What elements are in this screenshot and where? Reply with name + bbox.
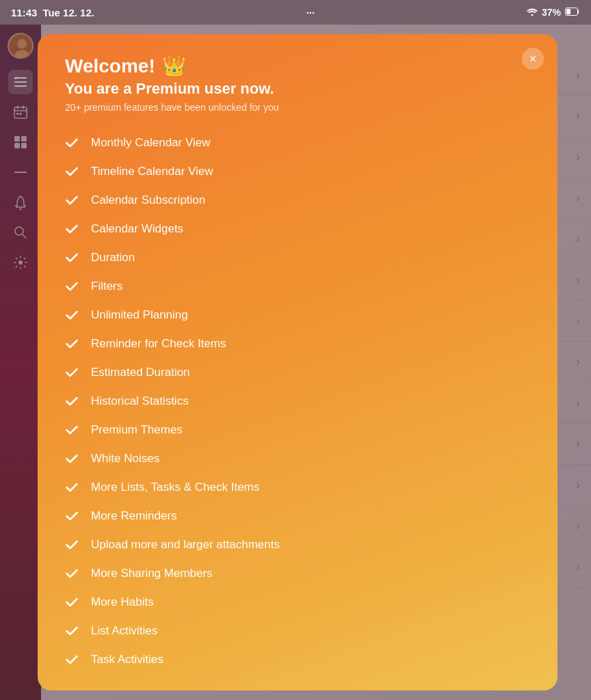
- check-icon: [65, 394, 79, 408]
- feature-label: Reminder for Check Items: [91, 337, 226, 351]
- modal-title-row: Welcome! 👑: [65, 55, 530, 77]
- features-list: Monthly Calendar View Timeline Calendar …: [65, 129, 530, 673]
- feature-label: Task Activities: [91, 653, 163, 667]
- check-icon: [65, 251, 79, 265]
- feature-label: Calendar Widgets: [91, 222, 183, 236]
- check-icon: [65, 165, 79, 178]
- feature-label: Timeline Calendar View: [91, 165, 213, 178]
- check-icon: [65, 337, 79, 351]
- feature-item: More Sharing Members: [65, 560, 530, 587]
- status-left: 11:43 Tue 12. 12.: [11, 7, 94, 18]
- battery-icon: [565, 7, 580, 18]
- feature-label: Premium Themes: [91, 423, 183, 437]
- feature-item: More Habits: [65, 589, 530, 616]
- feature-item: Premium Themes: [65, 416, 530, 444]
- status-time: 11:43: [11, 7, 37, 18]
- crown-icon: 👑: [162, 55, 186, 77]
- check-icon: [65, 509, 79, 523]
- status-bar: 11:43 Tue 12. 12. ··· 37%: [0, 0, 591, 25]
- feature-label: Unlimited Planning: [91, 308, 188, 322]
- check-icon: [65, 366, 79, 379]
- feature-item: List Activities: [65, 617, 530, 645]
- check-icon: [65, 452, 79, 466]
- check-icon: [65, 280, 79, 293]
- check-icon: [65, 653, 79, 667]
- feature-item: Filters: [65, 273, 530, 300]
- feature-label: More Reminders: [91, 509, 177, 523]
- feature-label: More Lists, Tasks & Check Items: [91, 481, 259, 494]
- modal-header: Welcome! 👑 You are a Premium user now. 2…: [65, 55, 530, 113]
- svg-rect-1: [566, 9, 570, 14]
- check-icon: [65, 624, 79, 638]
- check-icon: [65, 423, 79, 437]
- feature-label: More Sharing Members: [91, 567, 213, 580]
- feature-item: Duration: [65, 244, 530, 271]
- feature-item: More Reminders: [65, 502, 530, 530]
- feature-label: Upload more and larger attachments: [91, 538, 280, 552]
- check-icon: [65, 222, 79, 236]
- modal-welcome-text: Welcome!: [65, 55, 155, 77]
- feature-label: White Noises: [91, 452, 159, 466]
- dots-icon: ···: [306, 7, 315, 18]
- feature-item: White Noises: [65, 445, 530, 472]
- status-center: ···: [306, 7, 315, 18]
- check-icon: [65, 308, 79, 322]
- status-date: Tue 12. 12.: [42, 7, 94, 18]
- premium-modal: × Welcome! 👑 You are a Premium user now.…: [38, 34, 557, 690]
- modal-description: 20+ premium features have been unlocked …: [65, 102, 530, 113]
- feature-item: More Lists, Tasks & Check Items: [65, 474, 530, 501]
- feature-item: Unlimited Planning: [65, 301, 530, 329]
- feature-label: Filters: [91, 280, 122, 293]
- feature-label: Monthly Calendar View: [91, 136, 211, 150]
- status-right: 37%: [527, 7, 580, 18]
- feature-item: Timeline Calendar View: [65, 158, 530, 185]
- feature-item: Upload more and larger attachments: [65, 531, 530, 558]
- feature-label: Calendar Subscription: [91, 193, 205, 207]
- feature-item: Historical Statistics: [65, 388, 530, 415]
- feature-item: Calendar Widgets: [65, 215, 530, 243]
- check-icon: [65, 481, 79, 494]
- wifi-icon: [527, 8, 538, 18]
- feature-item: Monthly Calendar View: [65, 129, 530, 157]
- check-icon: [65, 595, 79, 609]
- check-icon: [65, 136, 79, 150]
- feature-item: Reminder for Check Items: [65, 330, 530, 358]
- feature-label: Estimated Duration: [91, 366, 190, 379]
- feature-label: Duration: [91, 251, 135, 265]
- feature-item: Task Activities: [65, 646, 530, 673]
- feature-label: Historical Statistics: [91, 394, 189, 408]
- check-icon: [65, 538, 79, 552]
- feature-label: List Activities: [91, 624, 157, 638]
- check-icon: [65, 567, 79, 580]
- feature-item: Estimated Duration: [65, 359, 530, 386]
- battery-percent: 37%: [542, 7, 561, 18]
- close-button[interactable]: ×: [522, 48, 544, 70]
- check-icon: [65, 193, 79, 207]
- feature-label: More Habits: [91, 595, 154, 609]
- feature-item: Calendar Subscription: [65, 187, 530, 214]
- modal-subtitle: You are a Premium user now.: [65, 80, 530, 98]
